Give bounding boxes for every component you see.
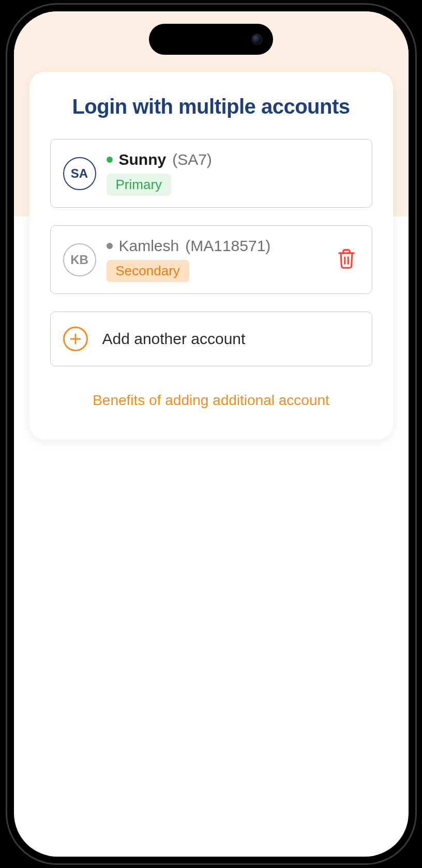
- accounts-card: Login with multiple accounts SA Sunny (S…: [29, 72, 393, 440]
- account-name: Sunny: [119, 151, 167, 168]
- account-id: (MA118571): [185, 237, 270, 255]
- add-account-button[interactable]: Add another account: [50, 312, 372, 366]
- account-row-primary[interactable]: SA Sunny (SA7) Primary: [50, 139, 372, 208]
- card-title: Login with multiple accounts: [50, 95, 372, 118]
- status-dot-icon: [107, 243, 113, 249]
- benefits-link[interactable]: Benefits of adding additional account: [50, 392, 372, 409]
- status-dot-icon: [107, 157, 113, 163]
- account-row-secondary[interactable]: KB Kamlesh (MA118571) Secondary: [50, 225, 372, 294]
- avatar: KB: [63, 243, 96, 276]
- account-tag-primary: Primary: [107, 174, 172, 196]
- add-account-label: Add another account: [102, 330, 246, 348]
- plus-icon: [63, 327, 88, 351]
- account-name: Kamlesh: [119, 237, 179, 255]
- account-tag-secondary: Secondary: [107, 260, 189, 282]
- avatar: SA: [63, 157, 96, 190]
- account-id: (SA7): [172, 151, 212, 168]
- delete-account-button[interactable]: [334, 245, 359, 274]
- trash-icon: [337, 248, 356, 270]
